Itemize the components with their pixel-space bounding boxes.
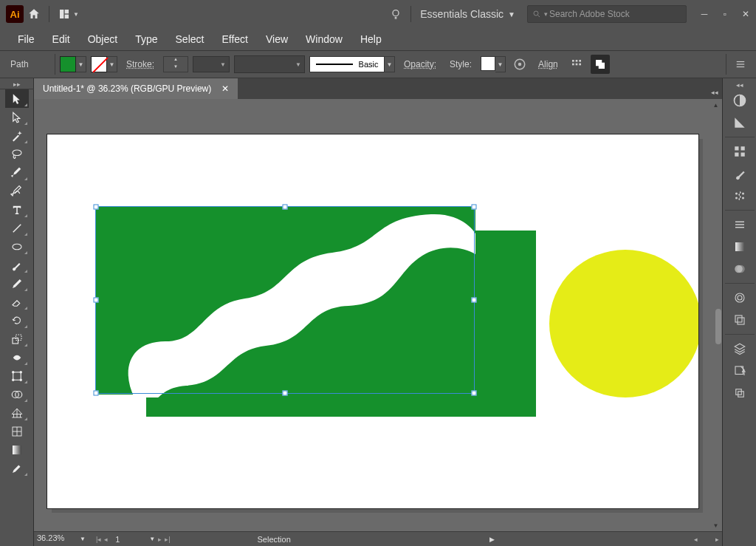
close-tab-icon[interactable]: ✕ [221,83,229,94]
eyedropper-tool[interactable] [5,459,29,477]
rotate-tool[interactable] [5,311,29,330]
color-panel-icon[interactable] [728,89,752,112]
menu-select[interactable]: Select [167,29,213,50]
minimize-button[interactable]: ─ [694,7,715,21]
artboard-chevron-icon[interactable]: ▼ [149,536,155,542]
yellow-circle[interactable] [549,250,698,397]
maximize-button[interactable]: ▫ [715,7,735,21]
stroke-swatch-control[interactable]: ▼ [91,56,117,72]
artboard-last-icon[interactable]: ▸| [165,536,170,543]
recolor-artwork-icon[interactable] [510,55,529,74]
menu-type[interactable]: Type [126,29,166,50]
svg-rect-2 [65,15,69,18]
scroll-up-icon[interactable]: ▲ [709,99,722,111]
menu-effect[interactable]: Effect [213,29,257,50]
stroke-label[interactable]: Stroke: [122,59,159,69]
swatches-panel-icon[interactable] [728,140,752,163]
direct-selection-tool[interactable] [5,108,29,126]
line-tool[interactable] [5,219,29,237]
pencil-tool[interactable] [5,274,29,293]
paintbrush-tool[interactable] [5,256,29,274]
scroll-left-icon[interactable]: ◂ [694,536,698,543]
shape-mode-icon[interactable] [591,55,610,74]
selection-tool[interactable] [5,89,29,108]
pen-tool[interactable] [5,163,29,182]
gradient-tool[interactable] [5,440,29,459]
artboard-number[interactable]: 1 [111,535,146,544]
scale-tool[interactable] [5,330,29,348]
asset-export-panel-icon[interactable] [728,360,752,382]
artboard[interactable] [47,134,698,508]
scroll-down-icon[interactable]: ▼ [709,519,722,531]
symbols-panel-icon[interactable] [728,185,752,207]
status-menu-icon[interactable]: ▶ [489,536,495,543]
menu-file[interactable]: File [9,29,44,50]
expand-panels-icon[interactable]: ◂◂ [723,80,757,89]
layers-panel-icon[interactable] [728,338,752,360]
eraser-tool[interactable] [5,293,29,311]
mesh-tool[interactable] [5,422,29,440]
menu-window[interactable]: Window [297,29,351,50]
graphic-style-control[interactable]: ▼ [481,56,506,72]
home-icon[interactable] [24,0,44,28]
chevron-down-icon: ▼ [508,10,515,18]
green-rectangle-front[interactable] [96,207,475,397]
window-controls: ─ ▫ ✕ [694,7,756,21]
appearance-panel-icon[interactable] [728,287,752,309]
control-menu-icon[interactable] [731,55,750,74]
panel-scroll-thumb[interactable] [715,309,721,344]
artboard-prev-icon[interactable]: ◂ [104,536,108,543]
workspace-switcher[interactable]: Essentials Classic ▼ [416,8,520,20]
search-input[interactable]: ▾ Search Adobe Stock [527,5,687,23]
close-button[interactable]: ✕ [735,7,756,21]
workspace-label: Essentials Classic [420,8,504,20]
magic-wand-tool[interactable] [5,126,29,145]
free-transform-tool[interactable] [5,366,29,385]
scroll-right-icon[interactable]: ▸ [715,536,719,543]
type-tool[interactable] [5,200,29,219]
lasso-tool[interactable] [5,145,29,163]
right-panels-dock: ◂◂ [722,78,756,546]
menu-help[interactable]: Help [351,29,391,50]
gradient-panel-icon[interactable] [728,236,752,258]
shape-builder-tool[interactable] [5,385,29,403]
transparency-panel-icon[interactable] [728,258,752,280]
stroke-weight-stepper[interactable]: ▲▼ [163,56,188,72]
zoom-level[interactable]: 36.23% [37,533,77,545]
curvature-tool[interactable] [5,182,29,200]
fill-swatch-control[interactable]: ▼ [60,56,86,72]
menu-edit[interactable]: Edit [44,29,79,50]
svg-rect-39 [735,146,738,150]
artboards-panel-icon[interactable] [728,382,752,404]
menu-view[interactable]: View [257,29,297,50]
collapse-panels-icon[interactable]: ◂◂ [707,89,722,99]
stroke-swatch [91,56,107,72]
brushes-panel-icon[interactable] [728,163,752,185]
align-label[interactable]: Align [534,59,563,69]
tips-icon[interactable] [385,0,406,28]
canvas[interactable]: ▲ ▼ 36.23% ▼ |◂ ◂ 1 ▼ ▸ ▸| Selection [34,99,722,546]
artboard-next-icon[interactable]: ▸ [158,536,162,543]
svg-rect-50 [735,242,744,251]
svg-rect-40 [740,146,744,150]
stroke-panel-icon[interactable] [728,214,752,236]
perspective-grid-tool[interactable] [5,403,29,422]
brush-definition-control[interactable]: Basic ▼ [309,56,395,72]
align-panel-icon[interactable] [567,55,586,74]
graphic-styles-panel-icon[interactable] [728,309,752,331]
document-tab[interactable]: Untitled-1* @ 36.23% (RGB/GPU Preview) ✕ [34,78,238,99]
arrange-documents-button[interactable]: ▼ [54,0,83,28]
width-tool[interactable] [5,348,29,366]
artboard-first-icon[interactable]: |◂ [96,536,101,543]
menu-object[interactable]: Object [79,29,126,50]
opacity-label[interactable]: Opacity: [399,59,441,69]
svg-line-7 [538,16,540,18]
zoom-chevron-icon[interactable]: ▼ [80,536,86,542]
chevron-down-icon: ▼ [385,56,395,72]
ellipse-tool[interactable] [5,237,29,256]
color-guide-panel-icon[interactable] [728,112,752,134]
stroke-profile-dropdown[interactable]: ▼ [193,56,230,72]
expand-tools-icon[interactable]: ▸▸ [0,80,34,89]
variable-width-dropdown[interactable]: ▼ [234,55,305,73]
separator [410,6,411,22]
